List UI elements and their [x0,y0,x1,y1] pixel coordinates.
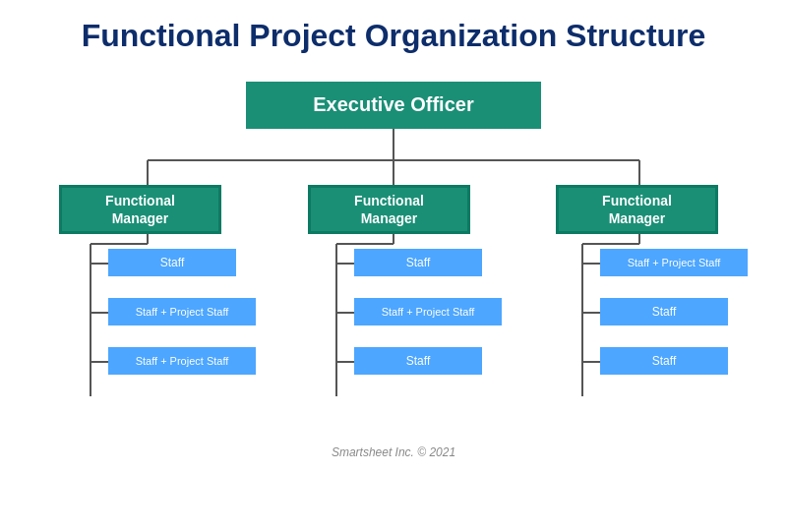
page-title: Functional Project Organization Structur… [82,18,706,54]
staff-l2: Staff + Project Staff [108,298,256,325]
fm-label-middle: Functional Manager [354,192,424,227]
fm-box-middle: Functional Manager [308,185,470,234]
staff-l1: Staff [108,249,236,276]
staff-r2: Staff [600,298,728,325]
fm-box-right: Functional Manager [556,185,718,234]
staff-r1: Staff + Project Staff [600,249,748,276]
fm-label-right: Functional Manager [602,192,672,227]
staff-m3: Staff [354,347,482,375]
staff-label-r2: Staff [652,305,676,319]
org-chart: Executive Officer Functional Manager Fun… [30,72,757,436]
staff-label-l1: Staff [160,256,184,269]
fm-box-left: Functional Manager [59,185,221,234]
executive-officer-box: Executive Officer [246,82,541,129]
staff-label-l2: Staff + Project Staff [136,306,229,318]
staff-r3: Staff [600,347,728,375]
footer-text: Smartsheet Inc. © 2021 [332,445,455,459]
staff-label-m1: Staff [406,256,430,269]
fm-label-left: Functional Manager [105,192,175,227]
staff-label-l3: Staff + Project Staff [136,355,229,367]
staff-label-r3: Staff [652,354,676,368]
staff-m2: Staff + Project Staff [354,298,502,325]
staff-m1: Staff [354,249,482,276]
staff-label-m3: Staff [406,354,430,368]
staff-label-m2: Staff + Project Staff [382,306,475,318]
page: Functional Project Organization Structur… [0,0,787,532]
staff-label-r1: Staff + Project Staff [628,257,721,268]
exec-label: Executive Officer [313,93,473,116]
staff-l3: Staff + Project Staff [108,347,256,375]
